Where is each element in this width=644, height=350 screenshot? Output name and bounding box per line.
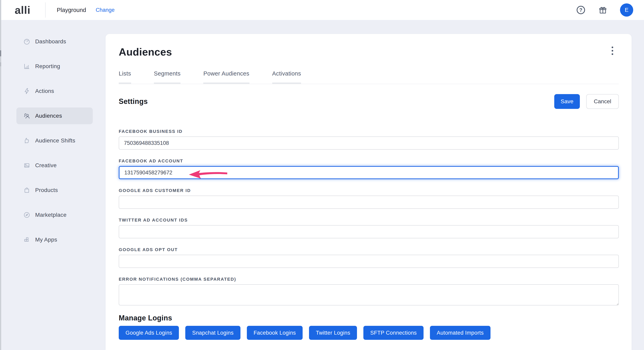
field-label: FACEBOOK BUSINESS ID [119,129,619,134]
twitter-logins-button[interactable]: Twitter Logins [309,326,357,340]
facebook-ad-account-input[interactable] [119,166,619,179]
field-error-notifications: ERROR NOTIFICATIONS (COMMA SEPARATED) [119,277,619,307]
field-label: GOOGLE ADS CUSTOMER ID [119,188,619,193]
sidebar-item-my-apps[interactable]: My Apps [16,231,93,248]
facebook-logins-button[interactable]: Facebook Logins [247,326,303,340]
google-ads-logins-button[interactable]: Google Ads Logins [119,326,179,340]
topbar-divider [45,2,46,17]
settings-heading: Settings [119,97,148,106]
sidebar-item-creative[interactable]: Creative [16,157,93,174]
field-label: FACEBOOK AD ACCOUNT [119,158,619,164]
kebab-dot [612,53,613,55]
left-scrollbar-thumb [0,50,1,56]
field-facebook-business-id: FACEBOOK BUSINESS ID [119,129,619,150]
user-avatar[interactable]: E [620,3,633,16]
whats-new-button[interactable] [598,5,608,15]
field-label: TWITTER AD ACCOUNT IDS [119,218,619,223]
twitter-ad-account-ids-input[interactable] [119,225,619,238]
kebab-dot [612,50,613,51]
sidebar-item-reporting[interactable]: Reporting [16,58,93,75]
audiences-card: Audiences Lists Segments Power Audiences… [106,34,632,350]
people-icon [23,112,30,119]
tab-activations[interactable]: Activations [272,70,301,84]
sidebar-item-dashboards[interactable]: Dashboards [16,33,93,50]
change-workspace-link[interactable]: Change [96,7,115,13]
sidebar-item-label: Marketplace [35,212,66,218]
audience-settings-form: FACEBOOK BUSINESS ID FACEBOOK AD ACCOUNT… [119,129,619,307]
compass-icon [23,211,30,219]
settings-header-row: Settings Save Cancel [119,94,619,109]
audiences-tabs: Lists Segments Power Audiences Activatio… [119,70,619,84]
alli-logo: alli [0,4,45,16]
google-ads-opt-out-input[interactable] [119,255,619,268]
bar-chart-icon [23,63,30,70]
sidebar-item-label: Audiences [35,113,62,119]
sidebar-item-label: Creative [35,162,56,169]
kebab-menu-button[interactable] [608,45,617,56]
sidebar-item-label: Products [35,187,58,193]
top-bar: alli Playground Change ? E [0,0,644,20]
kebab-dot [612,46,613,48]
save-button[interactable]: Save [554,94,580,109]
blocks-icon [23,236,30,243]
sidebar-item-label: My Apps [35,237,57,243]
workspace-name: Playground [57,7,86,13]
help-icon: ? [577,6,585,14]
gauge-icon [23,38,30,45]
sftp-connections-button[interactable]: SFTP Connections [363,326,424,340]
snapchat-logins-button[interactable]: Snapchat Logins [185,326,240,340]
facebook-business-id-input[interactable] [119,136,619,150]
cancel-button[interactable]: Cancel [586,94,619,109]
field-twitter-ad-account-ids: TWITTER AD ACCOUNT IDS [119,218,619,238]
tab-power-audiences[interactable]: Power Audiences [203,70,249,84]
field-label: GOOGLE ADS OPT OUT [119,247,619,252]
field-label: ERROR NOTIFICATIONS (COMMA SEPARATED) [119,277,619,282]
thumb-up-icon [23,137,30,144]
automated-imports-button[interactable]: Automated Imports [430,326,490,340]
gift-icon [598,5,607,14]
field-facebook-ad-account: FACEBOOK AD ACCOUNT [119,158,619,179]
settings-actions: Save Cancel [554,94,619,109]
left-scrollbar-mark [0,62,1,66]
sidebar-item-audiences[interactable]: Audiences [16,107,93,124]
sidebar-item-audience-shifts[interactable]: Audience Shifts [16,132,93,149]
sidebar-item-label: Audience Shifts [35,137,75,144]
help-button[interactable]: ? [576,5,586,15]
sidebar-item-actions[interactable]: Actions [16,83,93,99]
tab-segments[interactable]: Segments [154,70,181,84]
manage-logins-heading: Manage Logins [119,314,619,322]
shopping-bag-icon [23,187,30,194]
sidebar-item-marketplace[interactable]: Marketplace [16,207,93,223]
topbar-actions: ? E [576,3,644,16]
field-google-ads-customer-id: GOOGLE ADS CUSTOMER ID [119,188,619,209]
image-icon [23,162,30,169]
sidebar-nav: Dashboards Reporting Actions [0,20,105,350]
app-root: alli Playground Change ? E [0,0,644,350]
error-notifications-textarea[interactable] [119,284,619,306]
manage-logins-buttons: Google Ads Logins Snapchat Logins Facebo… [119,326,619,340]
sidebar-item-label: Actions [35,88,54,94]
page-title: Audiences [119,46,619,58]
sidebar-item-label: Dashboards [35,38,66,45]
left-scrollbar-track [0,0,1,350]
sidebar-item-products[interactable]: Products [16,182,93,199]
google-ads-customer-id-input[interactable] [119,196,619,209]
lightning-icon [23,87,30,95]
field-google-ads-opt-out: GOOGLE ADS OPT OUT [119,247,619,268]
sidebar-item-label: Reporting [35,63,60,69]
tab-lists[interactable]: Lists [119,70,131,84]
